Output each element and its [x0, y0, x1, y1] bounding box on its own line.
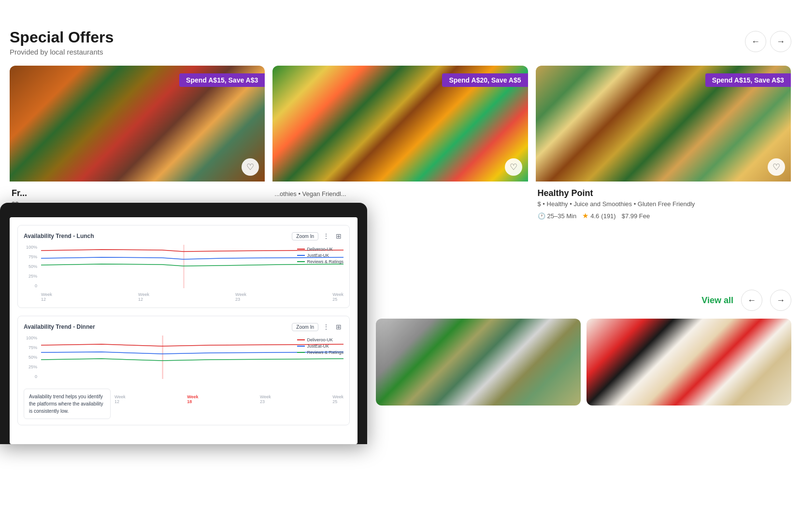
nav-back-button[interactable]: ←	[745, 31, 766, 52]
dinner-chart-panel: Availability Trend - Dinner Zoom In ⋮ ⊞ …	[17, 316, 350, 425]
offer-badge-1: Spend A$15, Save A$3	[179, 73, 265, 87]
dinner-chart-header: Availability Trend - Dinner Zoom In ⋮ ⊞	[24, 322, 343, 332]
view-all-link[interactable]: View all	[701, 295, 733, 306]
legend-justeat-lunch: JustEat-UK	[297, 253, 343, 258]
dinner-x-highlight: Week18	[187, 394, 198, 404]
lunch-expand-icon[interactable]: ⊞	[334, 231, 343, 241]
legend-line-justeat-dinner	[297, 346, 305, 347]
lunch-chart-controls: Zoom In ⋮ ⊞	[292, 231, 343, 241]
lunch-chart-title: Availability Trend - Lunch	[24, 233, 94, 239]
restaurant-meta-3: 🕐 25–35 Min ★ 4.6 (191) $7.99 Fee	[538, 211, 789, 220]
restaurant-name-3: Healthy Point	[538, 188, 789, 198]
legend-line-deliveroo-dinner	[297, 339, 305, 340]
offer-badge-3: Spend A$15, Save A$3	[705, 73, 791, 87]
legend-line-reviews-lunch	[297, 261, 305, 262]
dinner-chart-controls: Zoom In ⋮ ⊞	[292, 322, 343, 332]
dinner-chart-area: Deliveroo-UK JustEat-UK Reviews & Rating…	[41, 336, 343, 381]
lunch-more-icon[interactable]: ⋮	[321, 231, 331, 241]
legend-line-reviews-dinner	[297, 352, 305, 353]
popular-nav-forward-button[interactable]: →	[770, 290, 791, 311]
card-image-wrapper-2: Spend A$20, Save A$5 ♡	[272, 66, 528, 182]
section-title: Special Offers	[10, 29, 114, 46]
restaurant-card-3[interactable]: Spend A$15, Save A$3 ♡ Healthy Point $ •…	[536, 66, 791, 224]
section-title-block: Special Offers Provided by local restaur…	[10, 29, 114, 56]
fee-3: $7.99 Fee	[622, 212, 650, 220]
lunch-chart-content: 100% 75% 50% 25% 0	[24, 245, 343, 290]
restaurants-row: Spend A$15, Save A$3 ♡ Fr... $$ 2 Spend …	[10, 66, 791, 224]
lunch-x-axis: Week12 Week12 Week23 Week25	[24, 292, 343, 302]
special-offers-section: Special Offers Provided by local restaur…	[0, 0, 801, 234]
dinner-expand-icon[interactable]: ⊞	[334, 322, 343, 332]
popular-header: View all ← →	[376, 290, 791, 311]
dinner-tooltip-box: Availability trend helps you identify th…	[24, 389, 111, 419]
restaurant-card-1[interactable]: Spend A$15, Save A$3 ♡ Fr... $$ 2	[10, 66, 265, 224]
dinner-zoom-button[interactable]: Zoom In	[292, 323, 318, 331]
section-header: Special Offers Provided by local restaur…	[10, 29, 791, 56]
dinner-legend: Deliveroo-UK JustEat-UK Reviews & Rating…	[297, 337, 343, 355]
dinner-x-axis: Week12 Week18 Week23 Week25	[114, 385, 343, 404]
legend-reviews-lunch: Reviews & Ratings	[297, 259, 343, 264]
clock-icon: 🕐	[538, 212, 545, 220]
popular-nav-back-button[interactable]: ←	[741, 290, 762, 311]
card-image-wrapper-3: Spend A$15, Save A$3 ♡	[536, 66, 791, 182]
restaurant-card-2[interactable]: Spend A$20, Save A$5 ♡ ...othies • Vegan…	[272, 66, 528, 224]
popular-section: View all ← →	[366, 280, 801, 406]
popular-card-image-2	[586, 319, 791, 406]
popular-cards-row	[376, 319, 791, 406]
rating-3: ★ 4.6 (191)	[582, 211, 615, 220]
nav-buttons: ← →	[745, 29, 791, 52]
legend-deliveroo-dinner: Deliveroo-UK	[297, 337, 343, 342]
legend-deliveroo-lunch: Deliveroo-UK	[297, 247, 343, 252]
lunch-chart-header: Availability Trend - Lunch Zoom In ⋮ ⊞	[24, 231, 343, 241]
svg-rect-1	[162, 336, 163, 379]
restaurant-tags-3: $ • Healthy • Juice and Smoothies • Glut…	[538, 200, 789, 208]
restaurant-name-1: Fr...	[12, 188, 263, 198]
legend-line-deliveroo-lunch	[297, 249, 305, 250]
legend-reviews-dinner: Reviews & Ratings	[297, 350, 343, 355]
dinner-more-icon[interactable]: ⋮	[321, 322, 331, 332]
legend-justeat-dinner: JustEat-UK	[297, 344, 343, 349]
lunch-legend: Deliveroo-UK JustEat-UK Reviews & Rating…	[297, 247, 343, 264]
restaurant-tags-2: ...othies • Vegan Friendl...	[274, 190, 526, 197]
analytics-tablet-overlay: Availability Trend - Lunch Zoom In ⋮ ⊞ 1…	[0, 203, 367, 444]
popular-card-2[interactable]	[586, 319, 791, 406]
dinner-tooltip-area: Availability trend helps you identify th…	[24, 385, 343, 419]
dinner-chart-title: Availability Trend - Dinner	[24, 323, 95, 330]
lunch-y-axis: 100% 75% 50% 25% 0	[24, 245, 39, 288]
nav-forward-button[interactable]: →	[770, 31, 791, 52]
lunch-zoom-button[interactable]: Zoom In	[292, 232, 318, 240]
popular-card-image-1	[376, 319, 581, 406]
lunch-chart-wrapper: 100% 75% 50% 25% 0	[24, 245, 343, 302]
card-info-2: ...othies • Vegan Friendl...	[272, 182, 528, 205]
delivery-time-3: 🕐 25–35 Min	[538, 212, 577, 220]
tablet-screen: Availability Trend - Lunch Zoom In ⋮ ⊞ 1…	[10, 217, 358, 444]
legend-line-justeat-lunch	[297, 255, 305, 256]
popular-card-1[interactable]	[376, 319, 581, 406]
star-icon-3: ★	[582, 211, 588, 220]
dinner-y-axis: 100% 75% 50% 25% 0	[24, 336, 39, 379]
heart-button-2[interactable]: ♡	[505, 158, 522, 176]
lunch-chart-panel: Availability Trend - Lunch Zoom In ⋮ ⊞ 1…	[17, 225, 350, 308]
card-image-wrapper-1: Spend A$15, Save A$3 ♡	[10, 66, 265, 182]
lunch-chart-area: Deliveroo-UK JustEat-UK Reviews & Rating…	[41, 245, 343, 290]
dinner-chart-wrapper: 100% 75% 50% 25% 0	[24, 336, 343, 419]
card-info-3: Healthy Point $ • Healthy • Juice and Sm…	[536, 182, 791, 224]
heart-button-3[interactable]: ♡	[768, 158, 785, 176]
dinner-chart-content: 100% 75% 50% 25% 0	[24, 336, 343, 381]
offer-badge-2: Spend A$20, Save A$5	[442, 73, 528, 87]
section-subtitle: Provided by local restaurants	[10, 48, 114, 56]
